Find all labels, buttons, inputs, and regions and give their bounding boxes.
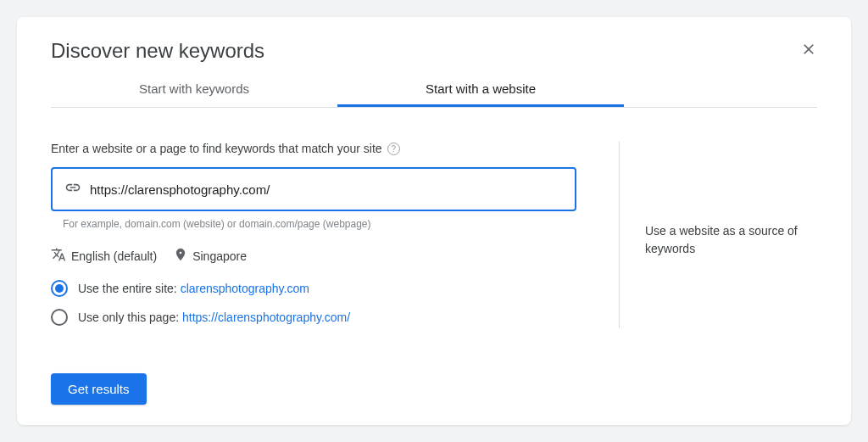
translate-icon [51,247,66,265]
radio-selected-icon [51,280,68,297]
page-url-link: https://clarensphotography.com/ [182,311,350,324]
content: Enter a website or a page to find keywor… [51,142,817,405]
language-text: English (default) [71,249,157,263]
radio-group: Use the entire site: clarensphotography.… [51,280,593,326]
close-icon [800,41,817,58]
radio-unselected-icon [51,309,68,326]
field-label-row: Enter a website or a page to find keywor… [51,142,593,155]
radio-entire-text: Use the entire site: clarensphotography.… [78,282,309,295]
page-title: Discover new keywords [51,39,264,63]
tab-keywords[interactable]: Start with keywords [51,71,337,107]
entire-site-link: clarensphotography.com [181,282,309,295]
tab-website[interactable]: Start with a website [337,71,624,107]
language-selector[interactable]: English (default) [51,247,157,265]
dialog-card: Discover new keywords Start with keyword… [17,17,851,425]
link-icon [64,179,81,199]
cta-row: Get results [51,373,593,405]
info-text: Use a website as a source of keywords [645,222,817,258]
url-input[interactable] [90,182,563,197]
info-column: Use a website as a source of keywords [619,142,817,328]
tabs: Start with keywords Start with a website [51,71,817,108]
radio-this-page[interactable]: Use only this page: https://clarensphoto… [51,309,593,326]
location-selector[interactable]: Singapore [174,248,247,264]
close-button[interactable] [800,41,817,61]
radio-entire-site[interactable]: Use the entire site: clarensphotography.… [51,280,593,297]
get-results-button[interactable]: Get results [51,373,147,405]
form-column: Enter a website or a page to find keywor… [51,142,593,405]
meta-row: English (default) Singapore [51,247,593,265]
header: Discover new keywords [51,39,817,63]
field-label: Enter a website or a page to find keywor… [51,142,382,155]
input-hint: For example, domain.com (website) or dom… [63,218,593,230]
url-input-wrapper[interactable] [51,167,576,211]
help-icon[interactable]: ? [387,143,400,155]
location-text: Singapore [192,249,247,263]
radio-page-text: Use only this page: https://clarensphoto… [78,311,350,324]
location-icon [174,248,187,264]
